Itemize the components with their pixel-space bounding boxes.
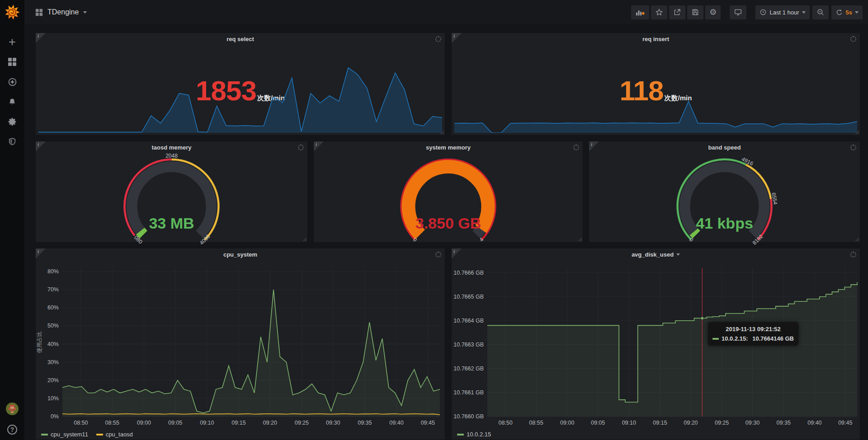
svg-text:09:35: 09:35 — [777, 420, 791, 426]
panel-title[interactable]: system memory — [426, 144, 471, 151]
time-range-label: Last 1 hour — [769, 9, 799, 16]
sidebar: + — [0, 0, 24, 440]
panel-info-corner[interactable]: i — [452, 248, 462, 258]
zoom-out-time-button[interactable] — [812, 5, 829, 19]
svg-text:10.7663 GB: 10.7663 GB — [453, 342, 484, 348]
save-dashboard-button[interactable] — [687, 5, 703, 19]
svg-text:09:05: 09:05 — [168, 420, 182, 426]
panel-loading-spinner — [435, 36, 441, 42]
apps-grid-icon — [35, 9, 43, 16]
panel-taosd-memory: i taosd memery 08020484096 33 MB — [35, 141, 308, 243]
panel-title[interactable]: avg_disk_used — [632, 251, 674, 258]
svg-text:09:10: 09:10 — [622, 420, 636, 426]
panel-resize-handle[interactable] — [302, 237, 307, 241]
legend-item[interactable]: 10.0.2.15 — [457, 431, 491, 438]
gauge-value: 33 MB — [36, 215, 307, 232]
panel-info-corner[interactable]: i — [452, 33, 462, 43]
time-range-picker[interactable]: Last 1 hour — [755, 5, 809, 19]
dashboard-title: TDengine — [47, 8, 79, 16]
gauge-value: 3.850 GB — [314, 215, 583, 232]
panel-cpu-system: i cpu_system 0%10%20%30%40%50%60%70%80%0… — [35, 248, 445, 440]
svg-text:10.7660 GB: 10.7660 GB — [453, 413, 484, 420]
svg-text:使用占比: 使用占比 — [36, 332, 42, 353]
svg-text:60%: 60% — [47, 304, 59, 311]
panel-band-speed: i band speed 0491665548192 41 kbps — [589, 141, 860, 243]
sidebar-item-server-admin[interactable] — [3, 135, 21, 148]
panel-resize-handle[interactable] — [855, 130, 859, 134]
sparkline-chart — [454, 66, 857, 133]
bell-icon — [8, 97, 17, 107]
panel-resize-handle[interactable] — [440, 130, 444, 134]
time-series-graph[interactable]: 0%10%20%30%40%50%60%70%80%08:5008:5509:0… — [36, 260, 445, 440]
panel-loading-spinner — [850, 252, 856, 257]
refresh-icon — [835, 9, 843, 16]
panel-loading-spinner — [850, 36, 856, 42]
panel-menu-caret-icon[interactable] — [676, 253, 680, 256]
graph-tooltip: 2019-11-13 09:21:52 10.0.2.15: 10.766414… — [708, 322, 798, 346]
save-icon — [691, 8, 699, 16]
panel-avg-disk-used: i avg_disk_used 10.7660 GB10.7661 GB10.7… — [451, 248, 860, 440]
dashboard-title-menu[interactable]: TDengine — [35, 8, 87, 16]
compass-icon — [8, 77, 17, 87]
graph-legend: 10.0.2.15 — [457, 431, 491, 438]
legend-item[interactable]: cpu_system11 — [41, 431, 88, 438]
svg-text:0%: 0% — [51, 413, 59, 420]
gear-icon — [8, 117, 17, 126]
user-avatar[interactable] — [5, 402, 19, 417]
cycle-view-mode-button[interactable] — [730, 5, 746, 19]
panel-title[interactable]: req insert — [642, 36, 669, 42]
svg-text:80%: 80% — [47, 268, 59, 275]
panel-req-select: i req select 1853次数/min — [35, 33, 445, 136]
panel-title[interactable]: req select — [226, 36, 254, 42]
shield-icon — [8, 137, 17, 146]
panel-loading-spinner — [850, 145, 856, 150]
panel-info-corner[interactable]: i — [36, 141, 46, 151]
panel-resize-handle[interactable] — [578, 237, 582, 241]
panel-info-corner[interactable]: i — [589, 141, 599, 151]
legend-item[interactable]: cpu_taosd — [96, 431, 133, 438]
legend-swatch — [96, 434, 103, 435]
panel-title[interactable]: cpu_system — [223, 251, 257, 258]
svg-text:09:25: 09:25 — [295, 420, 309, 426]
tooltip-timestamp: 2019-11-13 09:21:52 — [712, 326, 794, 332]
svg-text:09:15: 09:15 — [653, 420, 667, 426]
refresh-picker[interactable]: 5s — [831, 5, 863, 19]
svg-text:09:05: 09:05 — [591, 420, 605, 426]
time-series-graph[interactable]: 10.7660 GB10.7661 GB10.7662 GB10.7663 GB… — [452, 260, 860, 440]
help-button[interactable]: ? — [7, 425, 17, 435]
svg-text:2048: 2048 — [165, 153, 178, 159]
svg-text:40%: 40% — [47, 341, 59, 347]
svg-text:09:00: 09:00 — [137, 420, 151, 426]
share-icon — [673, 8, 681, 16]
svg-text:09:35: 09:35 — [358, 420, 372, 426]
sidebar-item-configuration[interactable] — [3, 115, 21, 128]
sidebar-item-explore[interactable] — [3, 75, 21, 89]
sidebar-item-dashboards[interactable] — [3, 55, 21, 69]
panel-info-corner[interactable]: i — [36, 248, 46, 258]
panel-title[interactable]: band speed — [708, 144, 741, 151]
add-panel-button[interactable] — [631, 5, 649, 19]
sidebar-item-create[interactable]: + — [3, 35, 21, 49]
panel-info-corner[interactable]: i — [36, 33, 46, 43]
panel-title[interactable]: taosd memery — [151, 144, 191, 151]
legend-label: cpu_taosd — [106, 431, 133, 438]
share-dashboard-button[interactable] — [669, 5, 685, 19]
clock-icon — [760, 9, 767, 16]
legend-label: cpu_system11 — [51, 431, 88, 438]
legend-swatch — [457, 434, 464, 435]
panel-loading-spinner — [298, 145, 304, 150]
panel-loading-spinner — [435, 252, 441, 257]
panel-resize-handle[interactable] — [855, 237, 859, 241]
tooltip-series-name: 10.0.2.15: — [722, 335, 748, 342]
svg-text:10.7664 GB: 10.7664 GB — [453, 318, 484, 324]
svg-text:20%: 20% — [47, 377, 59, 384]
svg-text:08:55: 08:55 — [529, 420, 543, 426]
grafana-logo[interactable] — [0, 0, 24, 24]
star-dashboard-button[interactable] — [651, 5, 667, 19]
svg-text:09:25: 09:25 — [715, 420, 729, 426]
tooltip-series-swatch — [712, 338, 719, 340]
dashboard-settings-button[interactable]: ⚙ — [705, 5, 721, 19]
sidebar-item-alerting[interactable] — [3, 95, 21, 108]
sparkline-chart — [38, 66, 442, 133]
panel-info-corner[interactable]: i — [314, 141, 324, 151]
